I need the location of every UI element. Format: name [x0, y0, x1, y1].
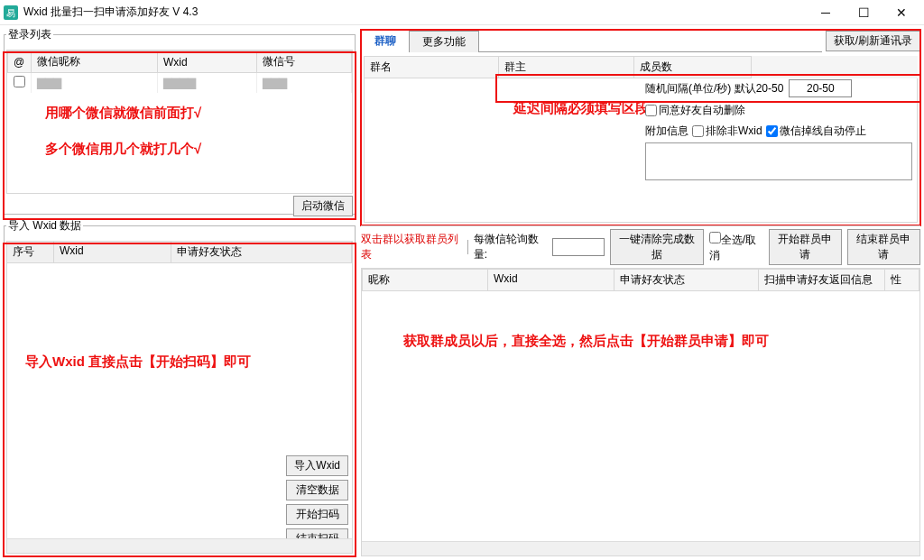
login-row[interactable]: ▇▇▇ ▇▇▇▇ ▇▇▇ [8, 73, 352, 94]
members-col-status[interactable]: 申请好友状态 [614, 269, 759, 291]
exclude-non-wxid-checkbox[interactable]: 排除非Wxid [692, 124, 762, 139]
annotation-login-2: 多个微信用几个就打几个√ [45, 141, 201, 158]
attach-info-textarea[interactable] [645, 142, 912, 180]
group-col-owner[interactable]: 群主 [499, 56, 634, 78]
right-column: 群聊 更多功能 获取/刷新通讯录 群名 群主 成员数 延迟间隔必须填写区段 随机… [361, 27, 920, 556]
interval-input[interactable] [789, 79, 852, 97]
import-wxid-panel: 导入 Wxid 数据 序号 Wxid 申请好友状态 导入Wxid 直接点击【开始… [4, 218, 356, 556]
start-scan-button[interactable]: 开始扫码 [286, 504, 348, 525]
minimize-button[interactable]: ─ [807, 1, 845, 24]
annotation-delay: 延迟间隔必须填写区段 [513, 100, 649, 117]
login-list-panel: 登录列表 @ 微信昵称 Wxid 微信号 ▇▇▇ [4, 27, 356, 215]
annotation-members: 获取群成员以后，直接全选，然后点击【开始群员申请】即可 [403, 333, 769, 350]
tabstrip: 群聊 更多功能 [361, 29, 822, 52]
members-bar: 双击群以获取群员列表 每微信轮询数量: 一键清除完成数据 全选/取消 开始群员申… [361, 225, 920, 268]
app-icon: 易 [4, 5, 18, 20]
refresh-contacts-button[interactable]: 获取/刷新通讯录 [826, 31, 920, 51]
login-col-wxid[interactable]: Wxid [158, 51, 257, 73]
interval-row: 随机间隔(单位/秒) 默认20-50 [645, 79, 916, 97]
titlebar: 易 Wxid 批量扫一扫申请添加好友 V 4.3 ─ ☐ ✕ [0, 0, 924, 25]
members-col-wxid[interactable]: Wxid [488, 269, 614, 291]
maximize-button[interactable]: ☐ [845, 1, 882, 24]
members-hint: 双击群以获取群员列表 [361, 232, 462, 262]
interval-label: 随机间隔(单位/秒) 默认20-50 [645, 81, 783, 96]
settings-block: 随机间隔(单位/秒) 默认20-50 同意好友自动删除 附加信息 排除非Wxid… [645, 79, 916, 183]
members-area: 昵称 Wxid 申请好友状态 扫描申请好友返回信息 性 获取群成员以后，直接全选… [361, 268, 920, 556]
start-wechat-button[interactable]: 启动微信 [293, 196, 353, 216]
annotation-import: 导入Wxid 直接点击【开始扫码】即可 [25, 353, 251, 371]
group-table-header: 群名 群主 成员数 [364, 56, 918, 78]
clear-data-button[interactable]: 清空数据 [286, 480, 348, 500]
start-member-apply-button[interactable]: 开始群员申请 [769, 229, 842, 265]
right-topbar: 群聊 更多功能 获取/刷新通讯录 [361, 27, 920, 54]
import-header: 序号 Wxid 申请好友状态 [6, 241, 353, 263]
attach-label: 附加信息 [645, 124, 688, 139]
members-body: 获取群成员以后，直接全选，然后点击【开始群员申请】即可 [362, 291, 919, 555]
members-col-scan-info[interactable]: 扫描申请好友返回信息 [759, 269, 885, 291]
members-header: 昵称 Wxid 申请好友状态 扫描申请好友返回信息 性 [362, 269, 919, 291]
auto-delete-checkbox[interactable]: 同意好友自动删除 [645, 103, 745, 118]
import-col-status[interactable]: 申请好友状态 [171, 242, 352, 262]
tab-group-chat[interactable]: 群聊 [361, 30, 410, 52]
login-table: @ 微信昵称 Wxid 微信号 ▇▇▇ ▇▇▇▇ ▇▇▇ [6, 50, 353, 194]
login-list-legend: 登录列表 [6, 27, 53, 42]
select-all-checkbox[interactable]: 全选/取消 [709, 232, 763, 263]
login-col-at[interactable]: @ [8, 51, 32, 73]
group-col-name[interactable]: 群名 [364, 56, 499, 78]
login-col-wxnum[interactable]: 微信号 [257, 51, 352, 73]
members-col-gender[interactable]: 性 [885, 269, 919, 291]
tab-more[interactable]: 更多功能 [409, 31, 479, 52]
annotation-login-1: 用哪个微信就微信前面打√ [45, 105, 201, 122]
per-wx-input[interactable] [552, 238, 605, 256]
group-col-members[interactable]: 成员数 [634, 56, 752, 78]
close-button[interactable]: ✕ [882, 1, 920, 24]
members-h-scrollbar[interactable] [362, 541, 919, 555]
import-wxid-button[interactable]: 导入Wxid [286, 455, 348, 476]
main-area: 登录列表 @ 微信昵称 Wxid 微信号 ▇▇▇ [0, 25, 924, 560]
login-col-nick[interactable]: 微信昵称 [32, 51, 158, 73]
left-column: 登录列表 @ 微信昵称 Wxid 微信号 ▇▇▇ [4, 27, 356, 556]
svg-text:易: 易 [6, 8, 15, 18]
import-col-wxid[interactable]: Wxid [54, 242, 171, 262]
login-row-nick: ▇▇▇ [32, 73, 158, 94]
login-row-wxnum: ▇▇▇ [257, 73, 352, 94]
offline-auto-stop-checkbox[interactable]: 微信掉线自动停止 [766, 124, 866, 139]
import-h-scrollbar[interactable] [7, 538, 352, 553]
per-wx-label: 每微信轮询数量: [474, 232, 547, 262]
clear-completed-button[interactable]: 一键清除完成数据 [610, 229, 703, 265]
stop-member-apply-button[interactable]: 结束群员申请 [847, 229, 920, 265]
window-title: Wxid 批量扫一扫申请添加好友 V 4.3 [23, 5, 807, 20]
import-legend: 导入 Wxid 数据 [6, 218, 83, 234]
members-col-nick[interactable]: 昵称 [362, 269, 488, 291]
group-area: 群名 群主 成员数 延迟间隔必须填写区段 随机间隔(单位/秒) 默认20-50 … [361, 54, 920, 225]
import-body: 导入Wxid 直接点击【开始扫码】即可 导入Wxid 清空数据 开始扫码 结束扫… [6, 263, 353, 554]
import-col-seq[interactable]: 序号 [7, 242, 54, 262]
login-row-wxid: ▇▇▇▇ [158, 73, 257, 94]
login-row-checkbox[interactable] [14, 76, 25, 87]
